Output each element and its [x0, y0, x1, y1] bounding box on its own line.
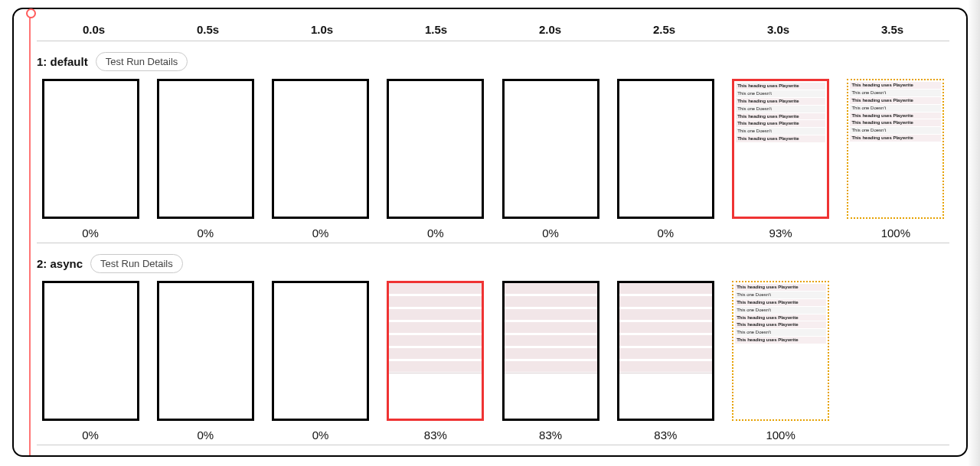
content-line: This heading uses Playwrite — [735, 299, 826, 306]
frame[interactable] — [157, 281, 254, 421]
content-line: This heading uses Playwrite — [850, 82, 941, 89]
test-run-details-button[interactable]: Test Run Details — [96, 52, 188, 71]
visual-progress-percent: 100% — [766, 429, 795, 442]
timeline-tick: 0.0s — [37, 23, 151, 36]
timeline: 0.0s0.5s1.0s1.5s2.0s2.5s3.0s3.5s — [37, 23, 949, 36]
timeline-tick: 3.5s — [835, 23, 949, 36]
content-line: This one Doesn't — [736, 128, 825, 135]
visual-progress-percent: 0% — [542, 226, 559, 240]
frame[interactable] — [157, 79, 254, 219]
content-line: This heading uses Playwrite — [735, 284, 826, 291]
content-line: This heading uses Playwrite — [735, 314, 826, 321]
content-line: This heading uses Playwrite — [736, 98, 825, 105]
content-line: This one Doesn't — [736, 106, 825, 112]
content-line: This one Doesn't — [736, 90, 825, 97]
visual-progress-percent: 83% — [654, 429, 677, 442]
content-line: This one Doesn't — [735, 329, 826, 336]
content-line: This heading uses Playwrite — [736, 83, 825, 90]
visual-progress-percent: 0% — [198, 429, 214, 442]
content-line: This one Doesn't — [850, 90, 941, 96]
content-line: This one Doesn't — [850, 127, 941, 134]
divider — [37, 243, 949, 243]
row-label: 2: async — [37, 257, 83, 270]
visual-progress-percent: 93% — [769, 226, 792, 240]
frame[interactable] — [502, 79, 599, 219]
timeline-tick: 2.0s — [493, 23, 607, 36]
visual-progress-percent: 83% — [424, 429, 447, 442]
timeline-tick: 1.0s — [265, 23, 379, 36]
filmstrip-panel: 0.0s0.5s1.0s1.5s2.0s2.5s3.0s3.5s 1: defa… — [12, 8, 968, 457]
visual-progress-percent: 0% — [427, 226, 444, 240]
content-line: This heading uses Playwrite — [735, 321, 826, 328]
content-line: This heading uses Playwrite — [850, 97, 941, 104]
frame[interactable] — [42, 79, 139, 219]
visual-progress-percent: 0% — [658, 226, 675, 240]
timeline-tick: 1.5s — [379, 23, 493, 36]
test-run-details-button[interactable]: Test Run Details — [90, 254, 183, 273]
frames-row: 0%0%0%0%0%0%This heading uses PlaywriteT… — [37, 79, 949, 240]
timeline-tick: 3.0s — [721, 23, 835, 36]
frame[interactable] — [502, 281, 599, 421]
frame[interactable]: This heading uses PlaywriteThis one Does… — [847, 79, 944, 219]
content-line: This one Doesn't — [850, 105, 941, 112]
row-label: 1: default — [37, 55, 88, 68]
frame[interactable] — [272, 79, 369, 219]
frame[interactable]: This heading uses PlaywriteThis one Does… — [732, 281, 829, 421]
visual-progress-percent: 0% — [198, 226, 214, 240]
content-line: This heading uses Playwrite — [736, 120, 825, 127]
frame[interactable] — [617, 281, 714, 421]
frame[interactable]: This heading uses PlaywriteThis one Does… — [732, 79, 829, 219]
content-line: This heading uses Playwrite — [736, 135, 825, 142]
visual-progress-percent: 83% — [539, 429, 562, 442]
frame[interactable] — [42, 281, 139, 421]
timeline-tick: 2.5s — [607, 23, 721, 36]
content-line: This heading uses Playwrite — [850, 135, 941, 142]
divider — [37, 41, 949, 41]
divider — [37, 445, 949, 445]
visual-progress-percent: 0% — [82, 429, 99, 442]
timeline-tick: 0.5s — [151, 23, 265, 36]
scrubber[interactable] — [29, 11, 31, 455]
content-line: This one Doesn't — [735, 292, 826, 298]
content-line: This heading uses Playwrite — [735, 337, 826, 344]
frames-row: 0%0%0%83%83%83%This heading uses Playwri… — [37, 281, 949, 442]
content-line: This heading uses Playwrite — [736, 113, 825, 120]
frame[interactable] — [617, 79, 714, 219]
scroll-shadow — [968, 0, 980, 466]
frame[interactable] — [272, 281, 369, 421]
frame[interactable] — [387, 281, 484, 421]
frame[interactable] — [387, 79, 484, 219]
visual-progress-percent: 0% — [82, 226, 99, 240]
content-line: This heading uses Playwrite — [850, 119, 941, 126]
content-line: This heading uses Playwrite — [850, 112, 941, 119]
visual-progress-percent: 0% — [312, 429, 329, 442]
visual-progress-percent: 100% — [881, 226, 910, 240]
content-line: This one Doesn't — [735, 307, 826, 314]
visual-progress-percent: 0% — [312, 226, 329, 240]
